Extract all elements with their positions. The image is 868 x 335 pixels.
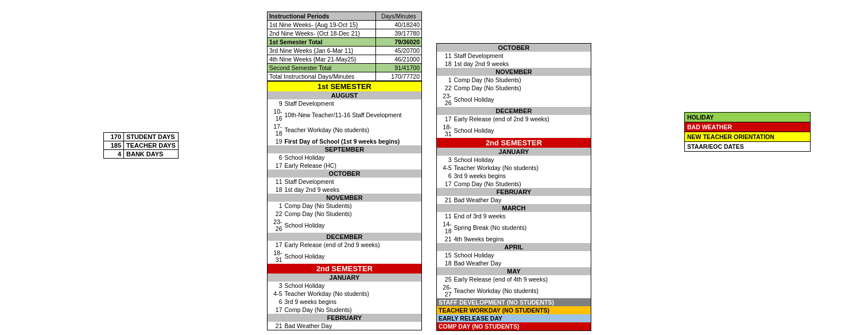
left-column: Instructional Periods Days/Minutes 1st N… (267, 11, 422, 331)
desc-may-26-27-right: Teacher Workday (No students) (453, 283, 591, 298)
desc-feb-21-right: Bad Weather Day (453, 196, 591, 204)
main-area: Instructional Periods Days/Minutes 1st N… (264, 6, 594, 335)
nov-23-26-left: 23-26 School Holiday (268, 218, 422, 233)
oct-18-left: 18 1st day 2nd 9 weeks (268, 186, 422, 194)
days-3rd-nine: 45/20700 (376, 47, 422, 55)
date-feb-21-right: 21 (437, 196, 453, 204)
date-dec-18-31-left: 18-31 (268, 249, 284, 264)
august-header: AUGUST (268, 91, 422, 99)
label-early-release-text: EARLY RELEASE DAY (437, 314, 591, 322)
legend-bad-weather-text: BAD WEATHER (685, 122, 810, 132)
legend-holiday-text: HOLIDAY (685, 113, 810, 122)
april-right-label: APRIL (437, 243, 591, 251)
apr-15-right: 15 School Holiday (437, 251, 591, 259)
january-right-label: JANUARY (437, 148, 591, 156)
february-right-label: FEBRUARY (437, 188, 591, 196)
january-header-left: JANUARY (268, 274, 422, 282)
december-left-label: DECEMBER (268, 233, 422, 241)
september-header: SEPTEMBER (268, 145, 422, 153)
period-1st-total: 1st Semester Total (268, 38, 376, 47)
period-2nd-total: Second Semester Total (268, 64, 376, 72)
row-2nd-semester-total: Second Semester Total 91/41700 (268, 64, 422, 72)
march-header-right: MARCH (437, 204, 591, 212)
date-jan-6-right: 6 (437, 172, 453, 180)
summary-table: 170 STUDENT DAYS 185 TEACHER DAYS 4 BANK… (103, 132, 179, 159)
desc-apr-15-right: School Holiday (453, 251, 591, 259)
date-oct-11-right: 11 (437, 52, 453, 60)
nov-1-left: 1 Comp Day (No Students) (268, 202, 422, 210)
august-label: AUGUST (268, 91, 422, 99)
row-2nd-nine: 2nd Nine Weeks- {Oct 18-Dec 21} 39/17780 (268, 29, 422, 38)
semester-2nd-header-right: 2nd SEMESTER (437, 138, 591, 148)
aug-19: 19 First Day of School (1st 9 weeks begi… (268, 137, 422, 145)
legend-table: HOLIDAY BAD WEATHER NEW TEACHER ORIENTAT… (685, 113, 810, 151)
november-left-label: NOVEMBER (268, 194, 422, 202)
february-header-right: FEBRUARY (437, 188, 591, 196)
apr-18-right: 18 Bad Weather Day (437, 259, 591, 267)
date-oct-18-left: 18 (268, 186, 284, 194)
desc-oct-11-left: Staff Development (284, 178, 422, 186)
sep-6: 6 School Holiday (268, 153, 422, 161)
october-header-right: OCTOBER (437, 44, 591, 52)
days-1st-nine: 40/18240 (376, 21, 422, 29)
days-2nd-total: 91/41700 (376, 64, 422, 72)
days-total-all: 170/77720 (376, 72, 422, 81)
desc-jan-6-left: 3rd 9 weeks begins (284, 298, 422, 306)
december-header-right: DECEMBER (437, 107, 591, 115)
row-3rd-nine: 3rd Nine Weeks {Jan 6-Mar 11} 45/20700 (268, 47, 422, 55)
left-calendar: 1st SEMESTER AUGUST 9 Staff Development … (267, 81, 422, 330)
date-apr-15-right: 15 (437, 251, 453, 259)
desc-jan-3-left: School Holiday (284, 282, 422, 290)
date-dec-17-left: 17 (268, 241, 284, 249)
row-4th-nine: 4th Nine Weeks {Mar 21-May25} 46/21000 (268, 55, 422, 64)
desc-nov-23-26-right: School Holiday (453, 92, 591, 107)
date-jan-4-5-left: 4-5 (268, 290, 284, 298)
desc-jan-17-left: Comp Day (No Students) (284, 306, 422, 314)
date-aug-9: 9 (268, 99, 284, 107)
desc-jan-17-right: Comp Day (No Students) (453, 180, 591, 188)
desc-jan-4-5-left: Teacher Workday (No students) (284, 290, 422, 298)
bank-days-label: BANK DAYS (124, 150, 179, 159)
label-comp-day-text: COMP DAY (NO STUDENTS) (437, 322, 591, 331)
january-left-label: JANUARY (268, 274, 422, 282)
november-header-right: NOVEMBER (437, 68, 591, 76)
may-26-27-right: 26-27 Teacher Workday (No students) (437, 283, 591, 298)
december-right-label: DECEMBER (437, 107, 591, 115)
date-jan-3-right: 3 (437, 156, 453, 164)
date-mar-21-right: 21 (437, 235, 453, 243)
oct-11-right: 11 Staff Development (437, 52, 591, 60)
dec-18-31-right: 18-31 School Holiday (437, 123, 591, 138)
dec-17-right: 17 Early Release (end of 2nd 9 weeks) (437, 115, 591, 123)
date-jan-4-5-right: 4-5 (437, 164, 453, 172)
date-may-26-27-right: 26-27 (437, 283, 453, 298)
desc-nov-22-left: Comp Day (No Students) (284, 210, 422, 218)
date-feb-21-left: 21 (268, 322, 284, 330)
period-4th-nine: 4th Nine Weeks {Mar 21-May25} (268, 55, 376, 64)
dec-18-31-left: 18-31 School Holiday (268, 249, 422, 264)
desc-mar-21-right: 4th 9weeks begins (453, 235, 591, 243)
legend-new-teacher: NEW TEACHER ORIENTATION (685, 132, 810, 142)
semester-1st-label: 1st SEMESTER (268, 82, 422, 92)
aug-17-18: 17-18 Teacher Workday (No students) (268, 122, 422, 137)
label-staff-dev-text: STAFF DEVELOPMENT (NO STUDENTS) (437, 298, 591, 306)
date-oct-11-left: 11 (268, 178, 284, 186)
aug-9: 9 Staff Development (268, 99, 422, 107)
desc-oct-11-right: Staff Development (453, 52, 591, 60)
jan-17-right: 17 Comp Day (No Students) (437, 180, 591, 188)
label-teacher-workday-text: TEACHER WORKDAY (NO STUDENTS) (437, 306, 591, 314)
date-mar-11-right: 11 (437, 212, 453, 220)
october-left-label: OCTOBER (268, 170, 422, 178)
date-aug-10-16: 10-16 (268, 107, 284, 122)
nov-23-26-right: 23-26 School Holiday (437, 92, 591, 107)
right-calendar: OCTOBER 11 Staff Development 18 1st day … (436, 43, 591, 331)
legend-staar: STAAR/EOC DATES (685, 142, 810, 152)
days-header: Days/Minutes (376, 12, 422, 21)
teacher-days-value: 185 (104, 141, 124, 150)
march-right-label: MARCH (437, 204, 591, 212)
label-teacher-workday: TEACHER WORKDAY (NO STUDENTS) (437, 306, 591, 314)
desc-mar-11-right: End of 3rd 9 weeks (453, 212, 591, 220)
desc-mar-14-18-right: Spring Break (No students) (453, 220, 591, 235)
right-column: OCTOBER 11 Staff Development 18 1st day … (436, 11, 591, 331)
semester-2nd-header-left: 2nd SEMESTER (268, 264, 422, 274)
legend-new-teacher-text: NEW TEACHER ORIENTATION (685, 132, 810, 142)
